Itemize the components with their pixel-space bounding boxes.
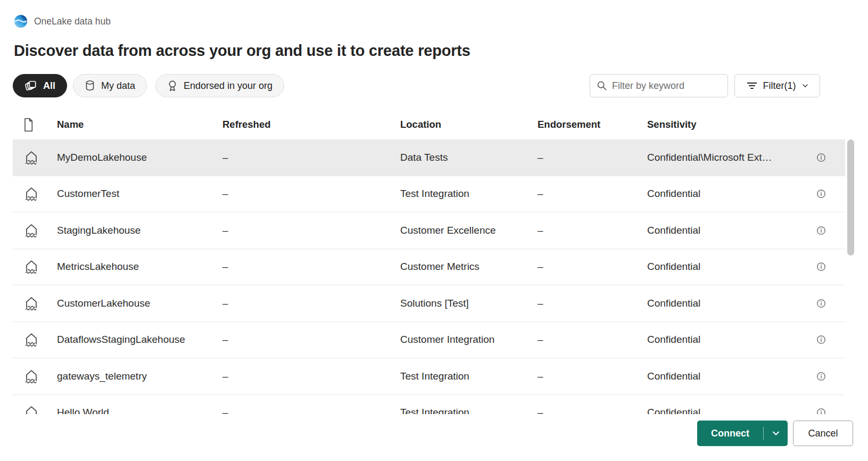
stack-icon — [24, 80, 37, 92]
sensitivity-cell: Confidential — [647, 371, 813, 382]
filter-button[interactable]: Filter(1) — [734, 74, 820, 97]
sensitivity-cell: Confidential\Microsoft Ext… — [647, 152, 813, 163]
sensitivity-cell: Confidential — [647, 225, 813, 236]
table-header: Name Refreshed Location Endorsement Sens… — [13, 112, 845, 137]
info-icon[interactable] — [816, 299, 826, 308]
sensitivity-cell: Confidential — [647, 334, 813, 345]
filter-pill-label: Endorsed in your org — [184, 80, 272, 92]
keyword-search — [590, 74, 728, 97]
location-cell: Test Integration — [400, 371, 538, 382]
location-cell: Customer Excellence — [400, 225, 538, 236]
column-header-endorsement: Endorsement — [538, 119, 647, 130]
search-input[interactable] — [612, 80, 721, 92]
connect-dropdown-chevron-icon[interactable] — [764, 429, 788, 438]
sensitivity-cell: Confidential — [647, 188, 813, 200]
file-icon — [23, 118, 34, 132]
filter-pill-my-data[interactable]: My data — [73, 74, 147, 97]
page-title: Discover data from across your org and u… — [14, 42, 470, 60]
table-row[interactable]: MyDemoLakehouse – Data Tests – Confident… — [13, 139, 845, 176]
sensitivity-cell: Confidential — [647, 298, 813, 309]
refreshed-cell: – — [222, 261, 400, 273]
table-scrollbar — [847, 137, 854, 414]
table-row[interactable]: Hello World – Test Integration – Confide… — [13, 395, 845, 415]
lakehouse-icon — [23, 295, 40, 312]
table-row[interactable]: CustomerTest – Test Integration – Confid… — [13, 176, 845, 213]
badge-icon — [167, 80, 178, 92]
info-icon[interactable] — [816, 335, 826, 344]
refreshed-cell: – — [222, 152, 400, 163]
name-cell: MyDemoLakehouse — [57, 152, 222, 163]
refreshed-cell: – — [222, 407, 400, 414]
endorsement-cell: – — [538, 152, 647, 163]
column-header-sensitivity: Sensitivity — [647, 119, 813, 130]
name-cell: CustomerLakehouse — [57, 298, 222, 309]
info-icon[interactable] — [816, 226, 826, 235]
app-header: OneLake data hub — [14, 14, 111, 28]
lakehouse-icon — [23, 258, 40, 275]
endorsement-cell: – — [538, 407, 647, 414]
info-icon[interactable] — [816, 153, 826, 162]
name-cell: CustomerTest — [57, 188, 222, 200]
column-header-refreshed: Refreshed — [222, 119, 400, 130]
filter-button-label: Filter(1) — [763, 80, 796, 92]
location-cell: Data Tests — [400, 152, 538, 163]
name-cell: MetricsLakehouse — [57, 261, 222, 273]
endorsement-cell: – — [538, 261, 647, 273]
connect-button-label: Connect — [697, 428, 763, 439]
name-cell: Hello World — [57, 407, 222, 414]
filter-pill-label: All — [43, 80, 55, 92]
table-row[interactable]: StagingLakehouse – Customer Excellence –… — [13, 212, 845, 249]
sensitivity-cell: Confidential — [647, 261, 813, 273]
location-cell: Customer Integration — [400, 334, 538, 345]
name-cell: DataflowsStagingLakehouse — [57, 334, 222, 345]
table-row[interactable]: gateways_telemetry – Test Integration – … — [13, 358, 845, 395]
cancel-button[interactable]: Cancel — [793, 421, 853, 446]
endorsement-cell: – — [538, 225, 647, 236]
sensitivity-cell: Confidential — [647, 407, 813, 414]
location-cell: Test Integration — [400, 188, 538, 200]
info-icon[interactable] — [816, 372, 826, 381]
table-row[interactable]: MetricsLakehouse – Customer Metrics – Co… — [13, 249, 845, 286]
onelake-logo-icon — [14, 14, 28, 28]
filter-pill-label: My data — [101, 80, 135, 92]
column-header-name: Name — [57, 119, 222, 130]
lakehouse-icon — [23, 331, 40, 348]
endorsement-cell: – — [538, 298, 647, 309]
lakehouse-icon — [23, 404, 40, 414]
connect-button[interactable]: Connect — [697, 421, 788, 446]
filter-pill-endorsed[interactable]: Endorsed in your org — [155, 74, 284, 97]
scrollbar-thumb[interactable] — [847, 139, 854, 256]
lakehouse-icon — [23, 149, 40, 166]
info-icon[interactable] — [816, 262, 826, 271]
location-cell: Test Integration — [400, 407, 538, 414]
filter-lines-icon — [746, 80, 758, 91]
refreshed-cell: – — [222, 225, 400, 236]
database-icon — [85, 80, 95, 92]
refreshed-cell: – — [222, 298, 400, 309]
chevron-down-icon — [801, 82, 809, 89]
lakehouse-icon — [23, 222, 40, 239]
info-icon[interactable] — [816, 189, 826, 199]
endorsement-cell: – — [538, 371, 647, 382]
lakehouse-icon — [23, 185, 40, 202]
name-cell: StagingLakehouse — [57, 225, 222, 236]
name-cell: gateways_telemetry — [57, 371, 222, 382]
table-row[interactable]: CustomerLakehouse – Solutions [Test] – C… — [13, 285, 845, 322]
search-icon — [597, 80, 607, 91]
location-cell: Customer Metrics — [400, 261, 538, 273]
endorsement-cell: – — [538, 334, 647, 345]
endorsement-cell: – — [538, 188, 647, 200]
filter-pill-all[interactable]: All — [13, 74, 67, 97]
refreshed-cell: – — [222, 188, 400, 200]
refreshed-cell: – — [222, 334, 400, 345]
lakehouse-icon — [23, 368, 40, 385]
info-icon[interactable] — [816, 408, 826, 414]
table-row[interactable]: DataflowsStagingLakehouse – Customer Int… — [13, 322, 845, 359]
location-cell: Solutions [Test] — [400, 298, 538, 309]
column-header-location: Location — [400, 119, 538, 130]
table-body: MyDemoLakehouse – Data Tests – Confident… — [13, 137, 845, 414]
app-title: OneLake data hub — [34, 16, 111, 27]
refreshed-cell: – — [222, 371, 400, 382]
